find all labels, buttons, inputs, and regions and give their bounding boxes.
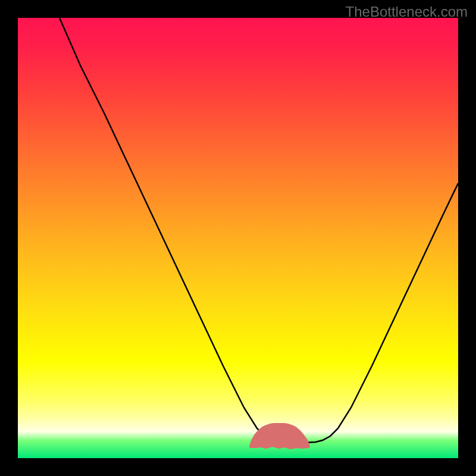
chart-svg	[18, 18, 458, 458]
trough-blob	[251, 425, 308, 447]
watermark-text: TheBottleneck.com	[346, 4, 468, 20]
plot-area	[18, 18, 458, 458]
bottleneck-curve	[60, 18, 458, 443]
